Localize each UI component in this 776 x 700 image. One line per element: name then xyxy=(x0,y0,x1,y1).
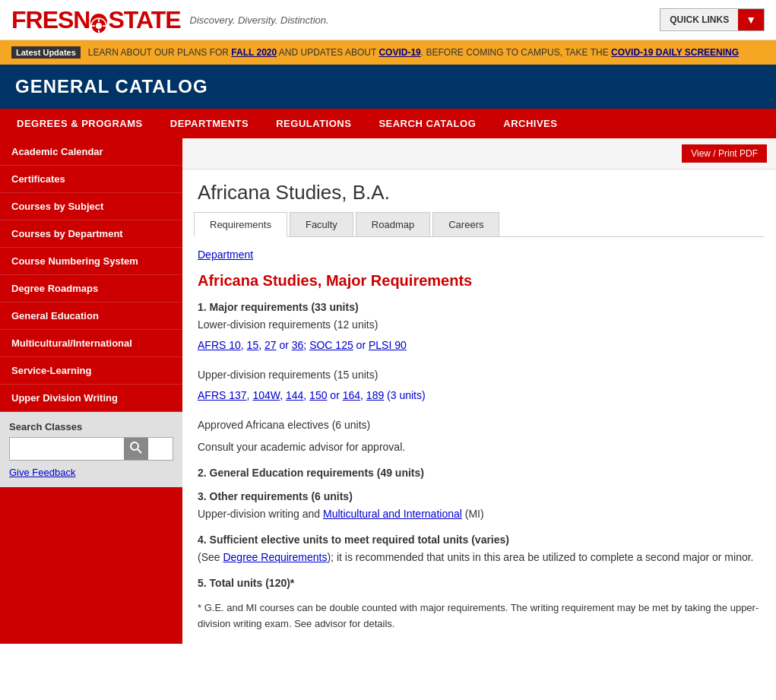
section-5-heading: 5. Total units (120)* xyxy=(198,577,761,589)
degree-requirements-link[interactable]: Degree Requirements xyxy=(223,551,327,563)
fresno-state-logo: FRESN STATE xyxy=(11,8,181,32)
search-input[interactable] xyxy=(10,438,124,460)
tab-content-requirements: Department Africana Studies, Major Requi… xyxy=(194,237,765,644)
nav-departments[interactable]: DEPARTMENTS xyxy=(157,109,262,138)
search-icon xyxy=(130,442,142,454)
svg-point-6 xyxy=(131,442,138,450)
svg-line-7 xyxy=(138,449,141,453)
fall2020-link[interactable]: FALL 2020 xyxy=(231,47,277,58)
logo-icon xyxy=(90,17,107,34)
tab-requirements[interactable]: Requirements xyxy=(194,212,287,237)
sidebar-item-upper-division-writing[interactable]: Upper Division Writing xyxy=(0,385,182,412)
sidebar-item-service-learning[interactable]: Service-Learning xyxy=(0,357,182,385)
nav-archives[interactable]: ARCHIVES xyxy=(489,109,571,138)
nav-search-catalog[interactable]: SEARCH CATALOG xyxy=(365,109,489,138)
nav-regulations[interactable]: REGULATIONS xyxy=(262,109,365,138)
course-afrs144-link[interactable]: 144 xyxy=(286,389,303,401)
svg-rect-5 xyxy=(103,25,106,27)
latest-updates-badge: Latest Updates xyxy=(11,46,81,59)
sidebar-item-multicultural-international[interactable]: Multicultural/International xyxy=(0,330,182,357)
svg-rect-3 xyxy=(98,30,100,33)
course-afrs189-link[interactable]: 189 xyxy=(366,389,384,401)
daily-screening-link[interactable]: COVID-19 DAILY SCREENING xyxy=(611,47,739,58)
section-2: 2. General Education requirements (49 un… xyxy=(198,467,761,479)
course-afrs150-link[interactable]: 150 xyxy=(309,389,327,401)
section-3-detail: Upper-division writing and Multicultural… xyxy=(198,506,761,522)
top-header: FRESN STATE Discovery. Diversity. Distin… xyxy=(0,0,776,40)
sidebar: Academic Calendar Certificates Courses b… xyxy=(0,138,182,644)
main-nav: DEGREES & PROGRAMS DEPARTMENTS REGULATIO… xyxy=(0,109,776,138)
section-1-lower-div-courses: AFRS 10, 15, 27 or 36; SOC 125 or PLSI 9… xyxy=(198,339,761,351)
section-4: 4. Sufficient elective units to meet req… xyxy=(198,534,761,565)
content-layout: Academic Calendar Certificates Courses b… xyxy=(0,138,776,644)
svg-rect-2 xyxy=(98,19,100,22)
page-title: Africana Studies, B.A. xyxy=(182,169,776,212)
tab-faculty[interactable]: Faculty xyxy=(290,212,353,236)
course-afrs164-link[interactable]: 164 xyxy=(343,389,360,401)
course-afrs104w-link[interactable]: 104W xyxy=(252,389,280,401)
tab-careers[interactable]: Careers xyxy=(432,212,499,236)
sidebar-item-courses-by-department[interactable]: Courses by Department xyxy=(0,220,182,248)
section-3: 3. Other requirements (6 units) Upper-di… xyxy=(198,490,761,522)
tabs-container: Requirements Faculty Roadmap Careers Dep… xyxy=(182,212,776,644)
multicultural-link[interactable]: Multicultural and International xyxy=(323,508,462,520)
section-5: 5. Total units (120)* xyxy=(198,577,761,589)
sidebar-item-academic-calendar[interactable]: Academic Calendar xyxy=(0,138,182,166)
section-1-heading: 1. Major requirements (33 units) xyxy=(198,301,761,313)
course-afrs15-link[interactable]: 15 xyxy=(247,339,259,351)
logo-area: FRESN STATE Discovery. Diversity. Distin… xyxy=(11,8,329,32)
sidebar-bottom: Search Classes Give Feedback xyxy=(0,412,182,487)
department-link[interactable]: Department xyxy=(198,249,253,261)
catalog-title-bar: GENERAL CATALOG xyxy=(0,65,776,109)
course-soc125-link[interactable]: SOC 125 xyxy=(309,339,353,351)
sidebar-item-degree-roadmaps[interactable]: Degree Roadmaps xyxy=(0,275,182,302)
section-1-upper-div: Upper-division requirements (15 units) xyxy=(198,367,761,383)
sidebar-item-general-education[interactable]: General Education xyxy=(0,302,182,330)
catalog-title: GENERAL CATALOG xyxy=(15,76,208,97)
course-afrs36-link[interactable]: 36 xyxy=(292,339,304,351)
logo-tagline: Discovery. Diversity. Distinction. xyxy=(190,14,329,26)
svg-point-1 xyxy=(96,23,102,29)
major-title: Africana Studies, Major Requirements xyxy=(198,272,761,290)
quick-links-label: QUICK LINKS xyxy=(660,10,738,30)
give-feedback-link[interactable]: Give Feedback xyxy=(9,467,173,478)
course-afrs137-link[interactable]: AFRS 137 xyxy=(198,389,247,401)
alert-banner: Latest Updates LEARN ABOUT OUR PLANS FOR… xyxy=(0,40,776,65)
course-afrs10-link[interactable]: AFRS 10 xyxy=(198,339,241,351)
section-2-heading: 2. General Education requirements (49 un… xyxy=(198,467,761,479)
section-1-lower-div: Lower-division requirements (12 units) xyxy=(198,317,761,333)
section-1: 1. Major requirements (33 units) Lower-d… xyxy=(198,301,761,455)
section-1-electives-note: Consult your academic advisor for approv… xyxy=(198,439,761,455)
course-afrs27-link[interactable]: 27 xyxy=(264,339,277,351)
sidebar-item-courses-by-subject[interactable]: Courses by Subject xyxy=(0,193,182,220)
view-print-pdf-button[interactable]: View / Print PDF xyxy=(682,144,767,163)
section-4-heading: 4. Sufficient elective units to meet req… xyxy=(198,534,761,546)
svg-rect-4 xyxy=(92,25,95,27)
tabs: Requirements Faculty Roadmap Careers xyxy=(194,212,765,237)
tab-roadmap[interactable]: Roadmap xyxy=(356,212,430,236)
section-1-electives: Approved Africana electives (6 units) xyxy=(198,417,761,433)
pdf-bar: View / Print PDF xyxy=(182,138,776,169)
quick-links-button[interactable]: QUICK LINKS ▼ xyxy=(660,8,765,31)
section-1-upper-div-courses: AFRS 137, 104W, 144, 150 or 164, 189 (3 … xyxy=(198,389,761,401)
sidebar-item-certificates[interactable]: Certificates xyxy=(0,166,182,193)
course-plsi90-link[interactable]: PLSI 90 xyxy=(369,339,407,351)
sidebar-item-course-numbering-system[interactable]: Course Numbering System xyxy=(0,248,182,275)
search-classes-label: Search Classes xyxy=(9,421,173,432)
section-3-heading: 3. Other requirements (6 units) xyxy=(198,490,761,502)
section-4-note: (See Degree Requirements); it is recomme… xyxy=(198,550,761,565)
footer-note: * G.E. and MI courses can be double coun… xyxy=(198,600,761,632)
search-button[interactable] xyxy=(124,438,148,460)
main-content: View / Print PDF Africana Studies, B.A. … xyxy=(182,138,776,644)
search-input-wrap xyxy=(9,437,173,461)
nav-degrees-programs[interactable]: DEGREES & PROGRAMS xyxy=(3,109,157,138)
covid19-link[interactable]: COVID-19 xyxy=(378,47,420,58)
quick-links-chevron-icon: ▼ xyxy=(738,9,764,30)
